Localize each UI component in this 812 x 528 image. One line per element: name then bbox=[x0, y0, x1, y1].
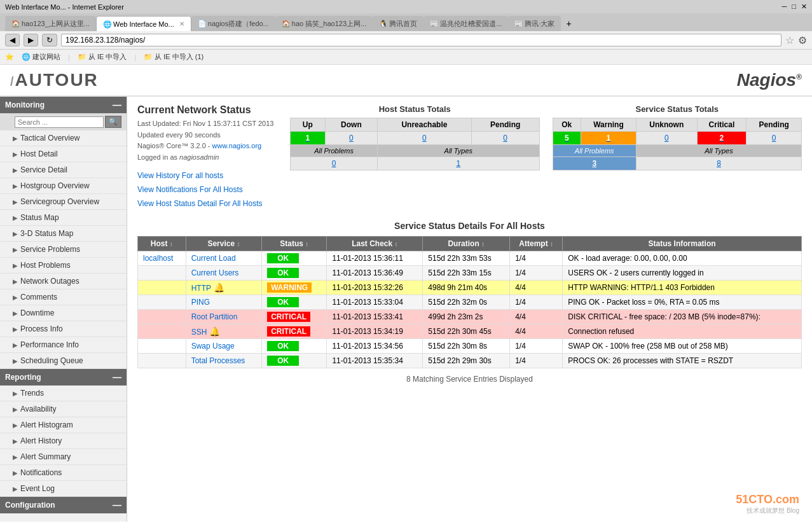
col-attempt[interactable]: Attempt ↕ bbox=[510, 237, 563, 251]
search-input[interactable] bbox=[15, 116, 104, 128]
view-notifications-link[interactable]: View Notifications For All Hosts bbox=[137, 183, 277, 197]
sidebar-item-3d-status-map[interactable]: ▶ 3-D Status Map bbox=[0, 226, 127, 242]
browser-tab-3[interactable]: 📄 nagios搭建（fedo... bbox=[191, 16, 275, 31]
bookmark-1[interactable]: 🌐 建议网站 bbox=[19, 51, 63, 63]
arrow-icon: ▶ bbox=[13, 198, 18, 205]
sidebar-item-service-detail[interactable]: ▶ Service Detail bbox=[0, 162, 127, 178]
host-val-up[interactable]: 1 bbox=[291, 132, 326, 145]
svc-all-problems-val[interactable]: 3 bbox=[553, 157, 636, 170]
host-all-problems-val[interactable]: 0 bbox=[291, 157, 378, 170]
col-duration[interactable]: Duration ↕ bbox=[423, 237, 510, 251]
sidebar-item-event-log[interactable]: ▶ Event Log bbox=[0, 481, 127, 497]
status-badge[interactable]: OK bbox=[267, 253, 299, 263]
bookmark-separator-2: | bbox=[134, 53, 136, 61]
browser-tab-1[interactable]: 🏠 hao123_上网从这里... bbox=[5, 16, 96, 31]
service-link[interactable]: Total Processes bbox=[191, 356, 245, 365]
sidebar-item-alert-histogram[interactable]: ▶ Alert Histogram bbox=[0, 417, 127, 433]
svc-all-types-val[interactable]: 8 bbox=[636, 157, 801, 170]
sidebar-item-scheduling-queue[interactable]: ▶ Scheduling Queue bbox=[0, 353, 127, 369]
sidebar-item-status-map[interactable]: ▶ Status Map bbox=[0, 210, 127, 226]
reporting-section-header[interactable]: Reporting — bbox=[0, 369, 127, 386]
host-val-down[interactable]: 0 bbox=[325, 132, 377, 145]
col-host[interactable]: Host ↕ bbox=[138, 237, 186, 251]
host-all-types-val[interactable]: 1 bbox=[378, 157, 539, 170]
close-btn[interactable]: ✕ bbox=[801, 3, 807, 11]
status-badge[interactable]: CRITICAL bbox=[267, 312, 310, 322]
sidebar-item-downtime[interactable]: ▶ Downtime bbox=[0, 305, 127, 321]
view-history-link[interactable]: View History For all hosts bbox=[137, 169, 277, 183]
maximize-btn[interactable]: □ bbox=[792, 3, 796, 11]
service-link[interactable]: PING bbox=[191, 298, 210, 307]
sidebar-item-performance-info[interactable]: ▶ Performance Info bbox=[0, 337, 127, 353]
sidebar-item-trends[interactable]: ▶ Trends bbox=[0, 386, 127, 401]
browser-tab-2[interactable]: 🌐 Web Interface Mo... ✕ bbox=[96, 16, 191, 31]
col-last-check[interactable]: Last Check ↕ bbox=[327, 237, 423, 251]
svc-critical-link[interactable]: 2 bbox=[720, 134, 724, 142]
col-service[interactable]: Service ↕ bbox=[186, 237, 262, 251]
service-link[interactable]: Swap Usage bbox=[191, 342, 235, 351]
svc-ok-link[interactable]: 5 bbox=[565, 134, 569, 142]
view-host-status-link[interactable]: View Host Status Detail For All Hosts bbox=[137, 197, 277, 211]
tab-close-2[interactable]: ✕ bbox=[179, 20, 184, 27]
sidebar-item-alert-history[interactable]: ▶ Alert History bbox=[0, 433, 127, 449]
back-button[interactable]: ◀ bbox=[5, 34, 20, 46]
host-val-pending[interactable]: 0 bbox=[471, 132, 539, 145]
sidebar-item-host-problems[interactable]: ▶ Host Problems bbox=[0, 258, 127, 274]
bookmark-3[interactable]: 📁 从 IE 中导入 (1) bbox=[141, 51, 206, 63]
service-link[interactable]: HTTP bbox=[191, 284, 211, 293]
bookmark-star[interactable]: ☆ bbox=[785, 34, 794, 46]
search-button[interactable]: 🔍 bbox=[105, 116, 121, 128]
host-up-link[interactable]: 1 bbox=[306, 134, 310, 142]
configuration-section-header[interactable]: Configuration — bbox=[0, 497, 127, 513]
nagios-link[interactable]: www.nagios.org bbox=[212, 142, 262, 149]
service-link[interactable]: Current Users bbox=[191, 268, 239, 277]
svc-val-unknown[interactable]: 0 bbox=[636, 132, 697, 145]
sidebar-item-notifications[interactable]: ▶ Notifications bbox=[0, 465, 127, 481]
monitoring-section-header[interactable]: Monitoring — bbox=[0, 97, 127, 113]
status-badge[interactable]: OK bbox=[267, 341, 299, 351]
reporting-collapse-icon[interactable]: — bbox=[113, 372, 121, 382]
svc-val-warning[interactable]: 1 bbox=[581, 132, 636, 145]
configuration-collapse-icon[interactable]: — bbox=[113, 500, 121, 510]
monitoring-collapse-icon[interactable]: — bbox=[113, 100, 121, 110]
status-badge[interactable]: OK bbox=[267, 297, 299, 307]
sidebar-item-tactical-overview[interactable]: ▶ Tactical Overview bbox=[0, 130, 127, 146]
sidebar-item-availability[interactable]: ▶ Availability bbox=[0, 401, 127, 417]
status-badge[interactable]: OK bbox=[267, 356, 299, 366]
address-bar[interactable]: 192.168.23.128/nagios/ bbox=[61, 34, 781, 46]
host-link[interactable]: localhost bbox=[143, 254, 173, 263]
status-badge[interactable]: CRITICAL bbox=[267, 326, 310, 337]
sidebar-item-process-info[interactable]: ▶ Process Info bbox=[0, 321, 127, 337]
refresh-button[interactable]: ↻ bbox=[42, 34, 57, 46]
sidebar-item-servicegroup-overview[interactable]: ▶ Servicegroup Overview bbox=[0, 194, 127, 210]
browser-tab-5[interactable]: 🐧 腾讯首页 bbox=[373, 16, 423, 31]
browser-tab-4[interactable]: 🏠 hao 搞笑_hao123上网... bbox=[275, 16, 373, 31]
service-link[interactable]: Current Load bbox=[191, 254, 236, 263]
new-tab-btn[interactable]: + bbox=[561, 16, 576, 31]
svc-val-pending[interactable]: 0 bbox=[747, 132, 802, 145]
service-link[interactable]: Root Partition bbox=[191, 312, 238, 321]
service-link[interactable]: SSH bbox=[191, 328, 207, 337]
sidebar-item-hostgroup-overview[interactable]: ▶ Hostgroup Overview bbox=[0, 178, 127, 194]
status-badge[interactable]: OK bbox=[267, 268, 299, 278]
svc-warning-link[interactable]: 1 bbox=[607, 134, 611, 142]
cell-host bbox=[138, 339, 186, 354]
svc-val-ok[interactable]: 5 bbox=[553, 132, 581, 145]
settings-menu[interactable]: ⚙ bbox=[798, 34, 807, 46]
sidebar-item-service-problems[interactable]: ▶ Service Problems bbox=[0, 242, 127, 258]
browser-tab-7[interactable]: 📰 腾讯·大家 bbox=[508, 16, 561, 31]
sidebar-item-host-detail[interactable]: ▶ Host Detail bbox=[0, 146, 127, 162]
minimize-btn[interactable]: ─ bbox=[782, 3, 787, 11]
sidebar-item-comments[interactable]: ▶ Comments bbox=[0, 289, 127, 305]
bookmark-2[interactable]: 📁 从 IE 中导入 bbox=[75, 51, 130, 63]
col-status[interactable]: Status ↕ bbox=[262, 237, 327, 251]
sidebar-item-alert-summary[interactable]: ▶ Alert Summary bbox=[0, 449, 127, 465]
browser-tab-6[interactable]: 📰 温兆伦吐槽爱国遗... bbox=[423, 16, 508, 31]
forward-button[interactable]: ▶ bbox=[24, 34, 38, 46]
host-val-unreachable[interactable]: 0 bbox=[378, 132, 472, 145]
arrow-icon: ▶ bbox=[13, 342, 18, 349]
sidebar-item-network-outages[interactable]: ▶ Network Outages bbox=[0, 274, 127, 289]
status-badge[interactable]: WARNING bbox=[267, 282, 312, 293]
svc-val-critical[interactable]: 2 bbox=[697, 132, 747, 145]
cell-host bbox=[138, 281, 186, 295]
